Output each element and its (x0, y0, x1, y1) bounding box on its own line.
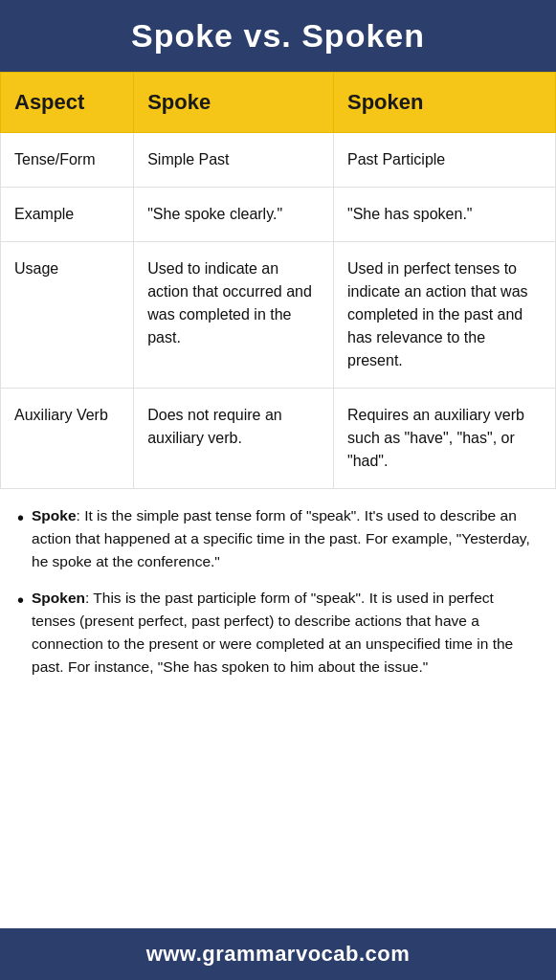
page-header: Spoke vs. Spoken (0, 0, 556, 72)
cell-spoke: Simple Past (134, 133, 334, 188)
note-item: •Spoke: It is the simple past tense form… (17, 504, 539, 573)
cell-aspect: Tense/Form (1, 133, 134, 188)
table-row: UsageUsed to indicate an action that occ… (1, 242, 556, 389)
cell-spoken: Requires an auxiliary verb such as "have… (333, 389, 555, 489)
bullet-icon: • (17, 587, 24, 613)
header-aspect: Aspect (1, 73, 134, 133)
cell-spoken: "She has spoken." (333, 188, 555, 242)
main-content: Aspect Spoke Spoken Tense/FormSimple Pas… (0, 72, 556, 928)
cell-spoke: "She spoke clearly." (134, 188, 334, 242)
cell-spoke: Used to indicate an action that occurred… (134, 242, 334, 389)
table-row: Example"She spoke clearly.""She has spok… (1, 188, 556, 242)
cell-aspect: Usage (1, 242, 134, 389)
page-footer: www.grammarvocab.com (0, 928, 556, 980)
header-spoke: Spoke (134, 73, 334, 133)
notes-section: •Spoke: It is the simple past tense form… (0, 489, 556, 707)
note-text: Spoken: This is the past participle form… (32, 587, 539, 679)
comparison-table: Aspect Spoke Spoken Tense/FormSimple Pas… (0, 72, 556, 489)
footer-url: www.grammarvocab.com (146, 942, 411, 966)
cell-spoken: Used in perfect tenses to indicate an ac… (333, 242, 555, 389)
cell-aspect: Auxiliary Verb (1, 389, 134, 489)
table-row: Tense/FormSimple PastPast Participle (1, 133, 556, 188)
table-row: Auxiliary VerbDoes not require an auxili… (1, 389, 556, 489)
header-spoken: Spoken (333, 73, 555, 133)
cell-aspect: Example (1, 188, 134, 242)
note-item: •Spoken: This is the past participle for… (17, 587, 539, 679)
bullet-icon: • (17, 504, 24, 531)
table-header-row: Aspect Spoke Spoken (1, 73, 556, 133)
note-text: Spoke: It is the simple past tense form … (32, 504, 539, 573)
cell-spoken: Past Participle (333, 133, 555, 188)
cell-spoke: Does not require an auxiliary verb. (134, 389, 334, 489)
page-title: Spoke vs. Spoken (19, 17, 537, 55)
